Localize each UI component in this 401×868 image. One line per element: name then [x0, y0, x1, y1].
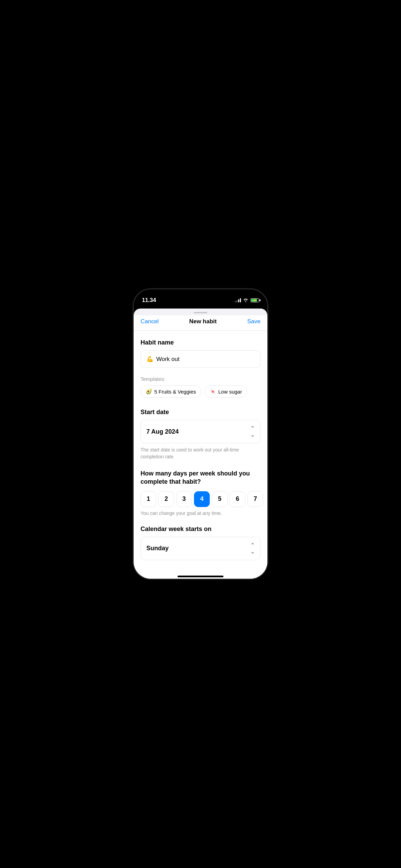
days-helper: You can change your goal at any time.: [141, 510, 260, 516]
habit-name-section: Habit name 💪 Work out: [141, 339, 260, 368]
modal-header: Cancel New habit Save: [134, 315, 267, 331]
days-per-week-section: How many days per week should you comple…: [141, 470, 260, 516]
lowsugar-emoji: 🍬: [210, 388, 216, 395]
calendar-week-label: Calendar week starts on: [141, 526, 260, 533]
modal-title: New habit: [189, 318, 217, 325]
cancel-button[interactable]: Cancel: [141, 318, 159, 325]
day-btn-6[interactable]: 6: [230, 491, 245, 507]
calendar-week-picker[interactable]: Sunday ⌃⌄: [141, 537, 260, 560]
template-chip-lowsugar[interactable]: 🍬 Low sugar: [205, 385, 247, 398]
templates-row: 🥑 5 Fruits & Veggies 🍬 Low sugar: [141, 385, 260, 399]
lowsugar-label: Low sugar: [218, 389, 242, 395]
day-btn-4[interactable]: 4: [194, 491, 210, 507]
save-button[interactable]: Save: [247, 318, 260, 325]
start-date-label: Start date: [141, 409, 260, 416]
status-icons: ⚡: [235, 298, 259, 303]
status-time: 11.34: [142, 297, 156, 304]
home-bar: [178, 576, 223, 577]
date-value: 7 Aug 2024: [146, 428, 179, 435]
date-picker[interactable]: 7 Aug 2024 ⌃⌄: [141, 420, 260, 443]
days-selector: 1 2 3 4 5 6 7: [141, 491, 260, 507]
template-chip-fruits[interactable]: 🥑 5 Fruits & Veggies: [141, 385, 201, 398]
date-chevron-icon: ⌃⌄: [250, 425, 255, 438]
calendar-week-section: Calendar week starts on Sunday ⌃⌄: [141, 526, 260, 560]
habit-name-input[interactable]: 💪 Work out: [141, 350, 260, 368]
habit-name-emoji: 💪: [146, 355, 154, 363]
wifi-icon: [243, 298, 248, 303]
battery-icon: ⚡: [251, 298, 259, 302]
fruits-emoji: 🥑: [146, 388, 152, 395]
day-btn-7[interactable]: 7: [247, 491, 263, 507]
day-btn-5[interactable]: 5: [212, 491, 228, 507]
calendar-chevron-icon: ⌃⌄: [250, 542, 255, 555]
days-question: How many days per week should you comple…: [141, 470, 260, 486]
sheet-handle: [134, 309, 267, 315]
day-btn-2[interactable]: 2: [158, 491, 174, 507]
fruits-label: 5 Fruits & Veggies: [154, 389, 196, 395]
templates-label: Templates:: [141, 376, 260, 382]
habit-name-text: Work out: [156, 356, 180, 363]
start-date-section: Start date 7 Aug 2024 ⌃⌄ The start date …: [141, 409, 260, 460]
templates-section: Templates: 🥑 5 Fruits & Veggies 🍬 Low su…: [141, 376, 260, 399]
start-date-helper: The start date is used to work out your …: [141, 447, 260, 460]
scroll-content: Habit name 💪 Work out Templates: 🥑 5 Fru…: [134, 331, 267, 573]
signal-icon: [235, 298, 241, 302]
calendar-week-value: Sunday: [146, 545, 169, 552]
day-btn-1[interactable]: 1: [141, 491, 156, 507]
day-btn-3[interactable]: 3: [176, 491, 192, 507]
home-indicator: [134, 573, 267, 579]
habit-name-label: Habit name: [141, 339, 260, 346]
